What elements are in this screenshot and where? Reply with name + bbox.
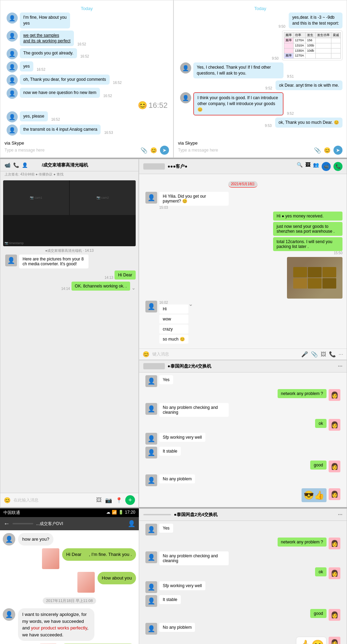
wc-msg-row: 👤 Sfp working very well (143, 581, 342, 593)
expand-icon[interactable]: ⌄ (132, 285, 136, 291)
bubble: oh, Thank you dear, for your good commen… (20, 75, 110, 85)
wc-avatar: 👤 (145, 623, 157, 635)
user-avatar-2: 👩 (329, 567, 340, 579)
back-icon[interactable]: ← (3, 520, 10, 527)
emoji-icon[interactable]: 😊 (143, 351, 150, 358)
search-icon[interactable]: 🔍 (297, 162, 303, 171)
wc-msg-row: Hi ● yes money received. just now send y… (143, 212, 342, 255)
msg-row: 👤 yes 16:52 (5, 61, 169, 72)
video-call-icon[interactable]: 📹 (5, 162, 10, 168)
msg-row: 👤 The goods you got already. 16:52 (5, 48, 169, 59)
network-chat-content: 👤 Yes 👩 network any problem ? 👤 No any p… (139, 372, 347, 507)
network-chat-messages: 👤 Yes 👩 network any problem ? 👤 No any p… (139, 521, 347, 644)
android-bubble-sent: Hi Dear , I'm fine. Thank you . (62, 548, 136, 561)
more-icon-2[interactable]: ··· (338, 512, 342, 518)
gallery-icon[interactable]: 🖼 (305, 162, 310, 171)
bubble: the transmit os is 4 input Analog camera (20, 124, 101, 135)
emoji-icon[interactable]: 😊 (324, 147, 331, 154)
wc-avatar: 👤 (145, 524, 157, 535)
wc-avatar: 👤 (145, 301, 157, 312)
wc-bubble: wow (159, 315, 188, 324)
profile-icon[interactable]: 👤 (128, 520, 135, 527)
msg-row-image: 9:50 频率功率发生发生功率衰减 频率1270A156 1310A105b 1… (178, 31, 342, 60)
wc-bubble: Sfp working very well (159, 433, 205, 442)
wc-bubble: Here are the pictures from your 8 ch med… (19, 255, 88, 268)
msg-time: 9:52 (265, 86, 272, 90)
contacts-icon[interactable]: 👥 (313, 162, 319, 171)
chat-input-section-left: via Skype Type a message here 📎 😊 ➤ (0, 140, 173, 157)
android-panel: 中国联通 ☁ 📶 🔋 17:20 ← ...成交客户DVI 👤 👤 how ar… (0, 508, 139, 644)
chat-input-left[interactable]: Type a message here (5, 148, 141, 153)
messages-left: Today 👤 I'm fine, How about youyes 👤 we … (0, 0, 173, 140)
emoji-icon[interactable]: 😊 (150, 147, 157, 154)
more-icon-header[interactable]: ··· (338, 363, 342, 369)
mid-right-top-input[interactable]: 😊 键入消息 🎤 📎 🖼 📞 ··· (139, 349, 347, 360)
chat-icons-right: 📎 😊 ➤ (314, 146, 342, 155)
chat-input-row-left[interactable]: Type a message here 📎 😊 ➤ (5, 146, 169, 155)
wc-bubble: It stable (159, 595, 181, 604)
attachment-icon[interactable]: 📎 (314, 147, 321, 154)
phone-btn[interactable]: 📞 (333, 162, 342, 171)
wc-avatar: 👤 (145, 581, 157, 593)
input-text[interactable]: 键入消息 (152, 351, 298, 357)
blurred-contact: ●●● (143, 163, 165, 170)
wc-msg-row-image (143, 257, 342, 299)
bubble: The goods you got already. (20, 48, 77, 58)
send-button-right[interactable]: ➤ (333, 146, 342, 155)
chat-icons-left: 📎 😊 ➤ (141, 146, 169, 155)
wc-bubble: Yes (159, 375, 173, 384)
attachment-icon[interactable]: 📎 (141, 147, 147, 154)
signal-icon: 📶 (112, 510, 117, 516)
msg-time: 16:52 (81, 54, 89, 58)
msg-time: 16:52 (77, 42, 86, 46)
android-bubble: how are you? (18, 533, 53, 546)
emoji-btn[interactable]: 😊 (4, 497, 11, 504)
attachment-icon[interactable]: 📎 (311, 351, 318, 358)
avatar: 👤 (180, 62, 191, 74)
chat-input-right[interactable]: Type a message here (178, 148, 314, 153)
cctv-cell-1: 📷 cam1 (3, 180, 69, 215)
good-sticker: 👍😊 (296, 637, 327, 644)
phone-icon[interactable]: 📞 (329, 351, 336, 358)
image-icon[interactable]: 🖼 (96, 497, 102, 504)
location-icon[interactable]: 📍 (116, 497, 122, 504)
android-msg-row: How about you (3, 572, 136, 593)
msg-time: 16:52 (113, 81, 122, 85)
chat-input-row-right[interactable]: Type a message here 📎 😊 ➤ (178, 146, 342, 155)
phone-icon[interactable]: 📞 (13, 162, 19, 168)
wc-msg-row: 👤 Yes (143, 524, 342, 535)
msg-time: 14:14 (61, 287, 70, 291)
wechat-input-left[interactable]: 在此输入消息 (14, 497, 93, 503)
wc-bubble: Sfp working very well (159, 581, 205, 590)
wc-bubble-sent: ok (315, 567, 327, 576)
msg-row: 👤 we get the samples and its ok working … (5, 31, 169, 46)
mid-right-bottom-header: ●●● ●泰国闲盘2光4交换机 ··· (139, 360, 347, 372)
msg-row: 9:53 ok, Thank you so much Dear. 😊 (178, 118, 342, 128)
contact-icon[interactable]: 👤 (22, 162, 28, 168)
image-icon[interactable]: 🖼 (321, 351, 326, 358)
bubble: yes, please (20, 111, 48, 121)
more-icon[interactable]: ··· (339, 351, 343, 358)
user-avatar-2: 👩 (329, 538, 340, 549)
avatar: 👤 (7, 75, 18, 86)
bubble: ok Dear. anyt time is ok with me. (276, 80, 342, 91)
video-btn[interactable]: 📹 (322, 162, 331, 171)
wifi-icon: ☁ (106, 510, 110, 516)
mid-right-bottom: ●●● ●泰国闲盘2光4交换机 ··· 👤 Yes 👩 network any … (139, 360, 347, 507)
wc-msg-row: 👤 No any ploblem (143, 623, 342, 635)
photo-icon[interactable]: 📷 (105, 497, 112, 504)
date-header-left: Today (5, 3, 169, 12)
android-msg-row: Hi Dear , I'm fine. Thank you . (3, 548, 136, 569)
wechat-input-area-left[interactable]: 😊 在此输入消息 🖼 📷 📍 + (0, 493, 138, 507)
send-button-left[interactable]: ➤ (160, 146, 169, 155)
status-icons: ☁ 📶 🔋 17:20 (106, 510, 135, 516)
wc-msg-row: 👤 Hi Yilia. Did you get our payment? 😊 1… (143, 192, 342, 209)
mid-right-section: ●●● ●●●客户● 🔍 🖼 👥 📹 📞 2021年5月18日 👤 (139, 159, 347, 507)
expand-btn[interactable]: ⌄ (188, 301, 193, 309)
plus-button[interactable]: + (125, 495, 135, 505)
voice-icon[interactable]: 🎤 (301, 351, 308, 358)
bubble: yes,dear. it is -3 ~ -9dband this is the… (289, 12, 342, 28)
cctv-cell-2: 📷 cam2 (70, 180, 136, 215)
wc-bubble-sent: total 12cartons. I will send you packing… (273, 237, 342, 251)
bubble: yes (20, 61, 33, 71)
